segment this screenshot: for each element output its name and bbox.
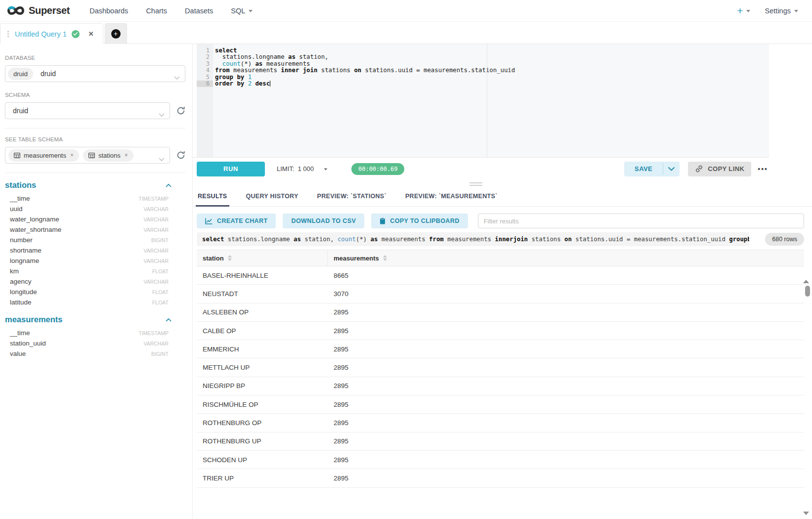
download-to-csv-button[interactable]: DOWNLOAD TO CSV	[283, 214, 364, 228]
cell-station: SCHODEN UP	[197, 456, 328, 464]
table-row: ROTHENBURG UP 2895	[197, 432, 804, 451]
code-line[interactable]: stations.longname as station,	[213, 54, 769, 60]
cell-station: ALSLEBEN OP	[197, 308, 328, 316]
results-tab-preview-stations[interactable]: PREVIEW: `STATIONS`	[316, 193, 387, 206]
table-column-row: latitude FLOAT	[5, 297, 185, 307]
nav-item-sql[interactable]: SQL	[231, 7, 253, 15]
code-line[interactable]: group by 1	[213, 74, 769, 81]
refresh-tables-icon[interactable]	[176, 151, 185, 160]
chevron-up-icon[interactable]	[166, 183, 171, 187]
code-line[interactable]: from measurements inner join stations on…	[213, 67, 769, 74]
settings-menu-button[interactable]: Settings	[765, 7, 798, 15]
nav-item-datasets[interactable]: Datasets	[185, 7, 213, 15]
query-success-icon	[72, 30, 80, 38]
cell-station: TRIER UP	[197, 475, 328, 482]
filter-results-input[interactable]	[478, 214, 804, 228]
results-tab-label: QUERY HISTORY	[246, 193, 299, 200]
gutter-line-number: 4	[197, 67, 213, 74]
text-cursor	[270, 81, 270, 86]
table-name[interactable]: stations	[5, 180, 36, 190]
save-options-button[interactable]	[663, 162, 680, 176]
cell-station: ROTHENBURG OP	[197, 419, 328, 427]
close-icon[interactable]: ✕	[88, 30, 94, 38]
refresh-schemas-icon[interactable]	[176, 106, 185, 115]
pane-resize-handle[interactable]	[470, 182, 482, 187]
results-tab-preview-measurements[interactable]: PREVIEW: `MEASUREMENTS`	[404, 193, 499, 206]
column-name: longname	[10, 257, 39, 264]
column-header-station[interactable]: station	[197, 250, 328, 266]
nav-item-dashboards[interactable]: Dashboards	[89, 7, 128, 15]
gutter-line-number: 1	[197, 47, 213, 54]
link-icon	[695, 165, 703, 173]
column-name: longitude	[10, 288, 37, 296]
cell-measurements: 2895	[328, 419, 348, 427]
schema-table-measurements: measurements __time TIMESTAMP station_uu…	[5, 315, 185, 359]
remove-icon[interactable]: ×	[125, 152, 128, 159]
nav-item-charts[interactable]: Charts	[146, 7, 167, 15]
table-pill-measurements[interactable]: measurements ×	[8, 149, 79, 162]
scrollbar-up-arrow[interactable]	[803, 280, 809, 283]
scrollbar-down-arrow[interactable]	[803, 512, 809, 515]
column-name: __time	[10, 195, 30, 202]
add-tab-button[interactable]: +	[105, 23, 127, 44]
copy-link-button[interactable]: COPY LINK	[688, 162, 751, 176]
limit-dropdown[interactable]: LIMIT: 1 000	[277, 165, 328, 173]
column-type: TIMESTAMP	[139, 196, 169, 202]
sort-icon[interactable]	[383, 255, 387, 261]
copy-to-clipboard-button[interactable]: COPY TO CLIPBOARD	[371, 214, 468, 228]
scrollbar-thumb[interactable]	[805, 286, 810, 297]
schema-select[interactable]: druid	[5, 102, 170, 119]
caret-down-icon	[746, 10, 750, 12]
chevron-down-icon	[159, 154, 165, 163]
results-grid: station measurements BASEL-RHEINHALLE 86…	[197, 250, 804, 519]
column-name: shortname	[10, 247, 42, 254]
code-line[interactable]: count(*) as measurements	[213, 61, 769, 67]
table-name[interactable]: measurements	[5, 315, 62, 324]
column-type: FLOAT	[152, 289, 169, 295]
executed-query-preview[interactable]: select stations.longname as station, cou…	[197, 232, 749, 246]
table-row: SCHODEN UP 2895	[197, 451, 804, 469]
column-type: VARCHAR	[143, 279, 169, 285]
divider	[5, 173, 185, 173]
results-tab-query-history[interactable]: QUERY HISTORY	[245, 193, 299, 206]
code-line[interactable]: order by 2 desc	[213, 81, 769, 87]
superset-logo[interactable]: Superset	[7, 5, 70, 16]
column-type: FLOAT	[152, 300, 169, 305]
chevron-up-icon[interactable]	[166, 318, 171, 322]
save-button[interactable]: SAVE	[624, 162, 663, 176]
table-column-row: __time TIMESTAMP	[5, 193, 185, 204]
column-list: __time TIMESTAMP uuid VARCHAR water_long…	[5, 193, 185, 307]
cell-measurements: 2895	[328, 437, 348, 445]
table-select[interactable]: measurements × stations ×	[5, 147, 170, 164]
table-column-row: number BIGINT	[5, 235, 185, 245]
table-row: EMMERICH 2895	[197, 340, 804, 358]
code-line[interactable]: select	[213, 47, 769, 54]
run-button[interactable]: RUN	[197, 162, 265, 176]
column-type: VARCHAR	[143, 258, 169, 264]
sort-icon[interactable]	[228, 255, 232, 261]
table-grid-icon	[88, 153, 95, 158]
table-row: RISCHMÜHLE OP 2895	[197, 395, 804, 414]
results-tab-results[interactable]: RESULTS	[197, 193, 228, 206]
column-name: water_longname	[10, 216, 59, 223]
column-type: TIMESTAMP	[139, 330, 169, 336]
remove-icon[interactable]: ×	[70, 152, 74, 159]
create-chart-button[interactable]: CREATE CHART	[197, 214, 276, 228]
nav-item-label: Charts	[146, 7, 167, 15]
caret-down-icon	[324, 168, 328, 170]
table-row: NIEGRIPP BP 2895	[197, 377, 804, 395]
limit-value: 1 000	[298, 165, 314, 173]
sql-editor[interactable]: 123456 select stations.longname as stati…	[197, 44, 769, 157]
new-menu-button[interactable]: +	[737, 6, 750, 16]
copy-link-label: COPY LINK	[708, 165, 744, 173]
database-select[interactable]: druid druid	[5, 65, 185, 82]
more-options-button[interactable]: •••	[758, 165, 768, 173]
column-list: __time TIMESTAMP station_uuid VARCHAR va…	[5, 328, 185, 359]
cell-station: ROTHENBURG UP	[197, 437, 328, 445]
column-header-measurements[interactable]: measurements	[328, 250, 387, 266]
table-pill-stations[interactable]: stations ×	[83, 149, 133, 162]
column-type: FLOAT	[152, 268, 169, 274]
tab-untitled-query-1[interactable]: Untitled Query 1 ✕	[0, 23, 103, 44]
drag-grip-icon[interactable]	[7, 31, 9, 32]
save-split-button: SAVE	[624, 162, 680, 176]
